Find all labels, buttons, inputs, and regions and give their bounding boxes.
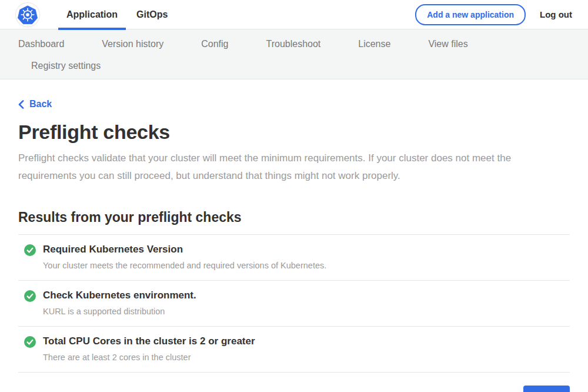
check-item-cpu-cores: Total CPU Cores in the cluster is 2 or g… <box>18 327 570 373</box>
check-detail: KURL is a supported distribution <box>43 307 196 316</box>
tab-gitops[interactable]: GitOps <box>128 0 176 29</box>
check-detail: Your cluster meets the recommended and r… <box>43 261 326 270</box>
check-pass-icon <box>24 290 36 302</box>
subnav-item-registry-settings[interactable]: Registry settings <box>31 61 101 71</box>
page-description: Preflight checks validate that your clus… <box>18 150 570 185</box>
kubernetes-logo-icon <box>18 5 38 25</box>
subnav-item-version-history[interactable]: Version history <box>102 39 163 49</box>
subnav-item-troubleshoot[interactable]: Troubleshoot <box>266 39 320 49</box>
check-pass-icon <box>24 244 36 256</box>
preflight-page: Back Preflight checks Preflight checks v… <box>0 79 588 392</box>
active-tab-underline <box>58 28 126 30</box>
subnav-row-1: Dashboard Version history Config Trouble… <box>0 29 588 55</box>
chevron-left-icon <box>18 100 24 109</box>
check-item-kubernetes-environment: Check Kubernetes environment. KURL is a … <box>18 281 570 327</box>
app-subnav: Dashboard Version history Config Trouble… <box>0 29 588 79</box>
subnav-item-license[interactable]: License <box>358 39 390 49</box>
check-detail: There are at least 2 cores in the cluste… <box>43 353 255 362</box>
add-new-application-button[interactable]: Add a new application <box>415 4 526 25</box>
kubernetes-logo <box>16 3 39 26</box>
check-title: Check Kubernetes environment. <box>43 290 196 301</box>
back-link-label: Back <box>29 99 52 109</box>
top-header: Application GitOps Add a new application… <box>0 0 588 29</box>
logout-link[interactable]: Log out <box>540 9 572 19</box>
header-right: Add a new application Log out <box>415 4 572 25</box>
subnav-row-2: Registry settings <box>0 55 588 79</box>
subnav-item-config[interactable]: Config <box>201 39 228 49</box>
check-title: Required Kubernetes Version <box>43 244 326 255</box>
results-heading: Results from your preflight checks <box>18 210 570 225</box>
footer-actions: Re-run <box>18 386 570 392</box>
subnav-item-view-files[interactable]: View files <box>428 39 467 49</box>
check-title: Total CPU Cores in the cluster is 2 or g… <box>43 335 255 347</box>
preflight-checks-list: Required Kubernetes Version Your cluster… <box>18 234 570 373</box>
rerun-button[interactable]: Re-run <box>523 386 570 392</box>
page-title: Preflight checks <box>18 121 570 144</box>
subnav-item-dashboard[interactable]: Dashboard <box>18 39 64 49</box>
back-link[interactable]: Back <box>18 99 52 109</box>
check-pass-icon <box>24 336 36 348</box>
primary-nav: Application GitOps <box>58 0 178 29</box>
tab-gitops-label: GitOps <box>136 9 168 20</box>
tab-application-label: Application <box>66 9 118 20</box>
tab-application[interactable]: Application <box>58 0 126 29</box>
check-item-kubernetes-version: Required Kubernetes Version Your cluster… <box>18 235 570 281</box>
